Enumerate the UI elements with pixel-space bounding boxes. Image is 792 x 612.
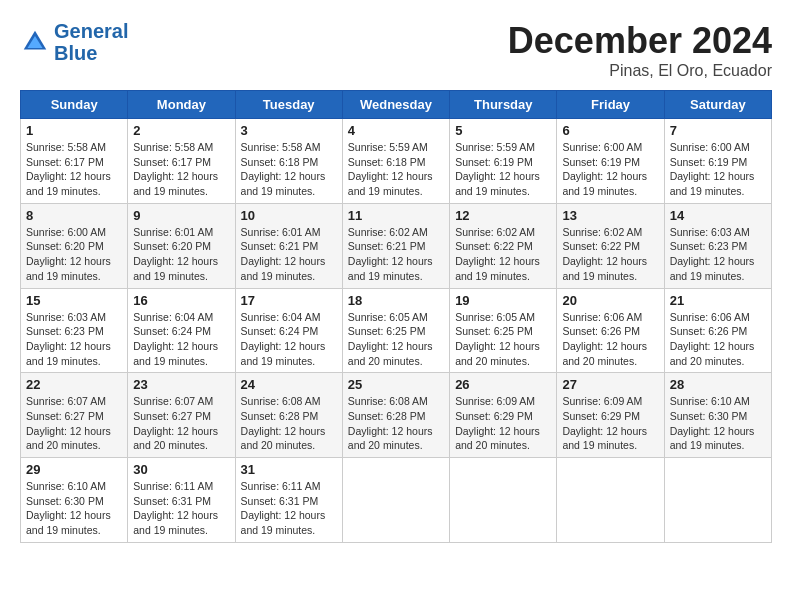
empty-cell bbox=[664, 458, 771, 543]
calendar-day: 11 Sunrise: 6:02 AM Sunset: 6:21 PM Dayl… bbox=[342, 203, 449, 288]
sunrise-text: Sunrise: 6:11 AM bbox=[133, 480, 213, 492]
day-number: 31 bbox=[241, 462, 337, 477]
day-number: 18 bbox=[348, 293, 444, 308]
day-detail: Sunrise: 6:11 AM Sunset: 6:31 PM Dayligh… bbox=[241, 479, 337, 538]
sunrise-text: Sunrise: 6:08 AM bbox=[241, 395, 321, 407]
day-number: 1 bbox=[26, 123, 122, 138]
sunset-text: Sunset: 6:22 PM bbox=[455, 240, 533, 252]
day-number: 3 bbox=[241, 123, 337, 138]
sunrise-text: Sunrise: 6:10 AM bbox=[26, 480, 106, 492]
calendar-day: 31 Sunrise: 6:11 AM Sunset: 6:31 PM Dayl… bbox=[235, 458, 342, 543]
daylight-text: Daylight: 12 hours and 19 minutes. bbox=[562, 255, 647, 282]
day-detail: Sunrise: 6:02 AM Sunset: 6:21 PM Dayligh… bbox=[348, 225, 444, 284]
calendar-day: 3 Sunrise: 5:58 AM Sunset: 6:18 PM Dayli… bbox=[235, 119, 342, 204]
calendar-day: 27 Sunrise: 6:09 AM Sunset: 6:29 PM Dayl… bbox=[557, 373, 664, 458]
calendar-table: Sunday Monday Tuesday Wednesday Thursday… bbox=[20, 90, 772, 543]
day-detail: Sunrise: 6:03 AM Sunset: 6:23 PM Dayligh… bbox=[26, 310, 122, 369]
day-number: 22 bbox=[26, 377, 122, 392]
header-sunday: Sunday bbox=[21, 91, 128, 119]
day-detail: Sunrise: 5:58 AM Sunset: 6:17 PM Dayligh… bbox=[26, 140, 122, 199]
day-number: 12 bbox=[455, 208, 551, 223]
day-number: 2 bbox=[133, 123, 229, 138]
daylight-text: Daylight: 12 hours and 19 minutes. bbox=[670, 170, 755, 197]
daylight-text: Daylight: 12 hours and 19 minutes. bbox=[348, 170, 433, 197]
sunrise-text: Sunrise: 6:10 AM bbox=[670, 395, 750, 407]
day-detail: Sunrise: 6:05 AM Sunset: 6:25 PM Dayligh… bbox=[348, 310, 444, 369]
day-number: 17 bbox=[241, 293, 337, 308]
sunset-text: Sunset: 6:18 PM bbox=[241, 156, 319, 168]
calendar-day: 10 Sunrise: 6:01 AM Sunset: 6:21 PM Dayl… bbox=[235, 203, 342, 288]
sunrise-text: Sunrise: 6:07 AM bbox=[133, 395, 213, 407]
daylight-text: Daylight: 12 hours and 19 minutes. bbox=[455, 255, 540, 282]
calendar-day: 20 Sunrise: 6:06 AM Sunset: 6:26 PM Dayl… bbox=[557, 288, 664, 373]
calendar-day: 4 Sunrise: 5:59 AM Sunset: 6:18 PM Dayli… bbox=[342, 119, 449, 204]
day-number: 4 bbox=[348, 123, 444, 138]
sunset-text: Sunset: 6:26 PM bbox=[562, 325, 640, 337]
day-number: 21 bbox=[670, 293, 766, 308]
day-number: 30 bbox=[133, 462, 229, 477]
daylight-text: Daylight: 12 hours and 19 minutes. bbox=[26, 509, 111, 536]
sunset-text: Sunset: 6:25 PM bbox=[348, 325, 426, 337]
empty-cell bbox=[342, 458, 449, 543]
sunset-text: Sunset: 6:29 PM bbox=[455, 410, 533, 422]
daylight-text: Daylight: 12 hours and 19 minutes. bbox=[241, 255, 326, 282]
calendar-day: 9 Sunrise: 6:01 AM Sunset: 6:20 PM Dayli… bbox=[128, 203, 235, 288]
daylight-text: Daylight: 12 hours and 19 minutes. bbox=[241, 170, 326, 197]
calendar-day: 14 Sunrise: 6:03 AM Sunset: 6:23 PM Dayl… bbox=[664, 203, 771, 288]
daylight-text: Daylight: 12 hours and 19 minutes. bbox=[26, 255, 111, 282]
day-number: 20 bbox=[562, 293, 658, 308]
sunrise-text: Sunrise: 6:11 AM bbox=[241, 480, 321, 492]
sunset-text: Sunset: 6:27 PM bbox=[133, 410, 211, 422]
sunset-text: Sunset: 6:22 PM bbox=[562, 240, 640, 252]
sunrise-text: Sunrise: 6:03 AM bbox=[26, 311, 106, 323]
day-number: 16 bbox=[133, 293, 229, 308]
calendar-day: 13 Sunrise: 6:02 AM Sunset: 6:22 PM Dayl… bbox=[557, 203, 664, 288]
calendar-header-row: Sunday Monday Tuesday Wednesday Thursday… bbox=[21, 91, 772, 119]
calendar-day: 1 Sunrise: 5:58 AM Sunset: 6:17 PM Dayli… bbox=[21, 119, 128, 204]
daylight-text: Daylight: 12 hours and 19 minutes. bbox=[133, 509, 218, 536]
daylight-text: Daylight: 12 hours and 19 minutes. bbox=[562, 425, 647, 452]
day-number: 13 bbox=[562, 208, 658, 223]
daylight-text: Daylight: 12 hours and 19 minutes. bbox=[241, 509, 326, 536]
header-thursday: Thursday bbox=[450, 91, 557, 119]
location: Pinas, El Oro, Ecuador bbox=[508, 62, 772, 80]
sunrise-text: Sunrise: 6:02 AM bbox=[562, 226, 642, 238]
sunset-text: Sunset: 6:31 PM bbox=[241, 495, 319, 507]
header-saturday: Saturday bbox=[664, 91, 771, 119]
logo: General Blue bbox=[20, 20, 128, 64]
calendar-week-row: 22 Sunrise: 6:07 AM Sunset: 6:27 PM Dayl… bbox=[21, 373, 772, 458]
daylight-text: Daylight: 12 hours and 19 minutes. bbox=[670, 425, 755, 452]
sunrise-text: Sunrise: 6:00 AM bbox=[26, 226, 106, 238]
sunset-text: Sunset: 6:17 PM bbox=[133, 156, 211, 168]
calendar-day: 8 Sunrise: 6:00 AM Sunset: 6:20 PM Dayli… bbox=[21, 203, 128, 288]
calendar-day: 25 Sunrise: 6:08 AM Sunset: 6:28 PM Dayl… bbox=[342, 373, 449, 458]
sunrise-text: Sunrise: 6:04 AM bbox=[133, 311, 213, 323]
day-detail: Sunrise: 6:06 AM Sunset: 6:26 PM Dayligh… bbox=[562, 310, 658, 369]
daylight-text: Daylight: 12 hours and 20 minutes. bbox=[26, 425, 111, 452]
day-number: 7 bbox=[670, 123, 766, 138]
day-detail: Sunrise: 6:04 AM Sunset: 6:24 PM Dayligh… bbox=[133, 310, 229, 369]
day-detail: Sunrise: 5:59 AM Sunset: 6:18 PM Dayligh… bbox=[348, 140, 444, 199]
sunset-text: Sunset: 6:17 PM bbox=[26, 156, 104, 168]
day-number: 29 bbox=[26, 462, 122, 477]
calendar-day: 30 Sunrise: 6:11 AM Sunset: 6:31 PM Dayl… bbox=[128, 458, 235, 543]
daylight-text: Daylight: 12 hours and 20 minutes. bbox=[455, 340, 540, 367]
sunset-text: Sunset: 6:20 PM bbox=[133, 240, 211, 252]
sunrise-text: Sunrise: 6:05 AM bbox=[455, 311, 535, 323]
sunset-text: Sunset: 6:27 PM bbox=[26, 410, 104, 422]
calendar-day: 6 Sunrise: 6:00 AM Sunset: 6:19 PM Dayli… bbox=[557, 119, 664, 204]
sunrise-text: Sunrise: 6:09 AM bbox=[562, 395, 642, 407]
day-number: 19 bbox=[455, 293, 551, 308]
day-detail: Sunrise: 5:58 AM Sunset: 6:18 PM Dayligh… bbox=[241, 140, 337, 199]
calendar-week-row: 29 Sunrise: 6:10 AM Sunset: 6:30 PM Dayl… bbox=[21, 458, 772, 543]
sunset-text: Sunset: 6:30 PM bbox=[670, 410, 748, 422]
sunset-text: Sunset: 6:18 PM bbox=[348, 156, 426, 168]
sunset-text: Sunset: 6:25 PM bbox=[455, 325, 533, 337]
daylight-text: Daylight: 12 hours and 19 minutes. bbox=[670, 255, 755, 282]
day-detail: Sunrise: 6:03 AM Sunset: 6:23 PM Dayligh… bbox=[670, 225, 766, 284]
calendar-day: 19 Sunrise: 6:05 AM Sunset: 6:25 PM Dayl… bbox=[450, 288, 557, 373]
sunset-text: Sunset: 6:20 PM bbox=[26, 240, 104, 252]
header-monday: Monday bbox=[128, 91, 235, 119]
day-number: 27 bbox=[562, 377, 658, 392]
empty-cell bbox=[450, 458, 557, 543]
